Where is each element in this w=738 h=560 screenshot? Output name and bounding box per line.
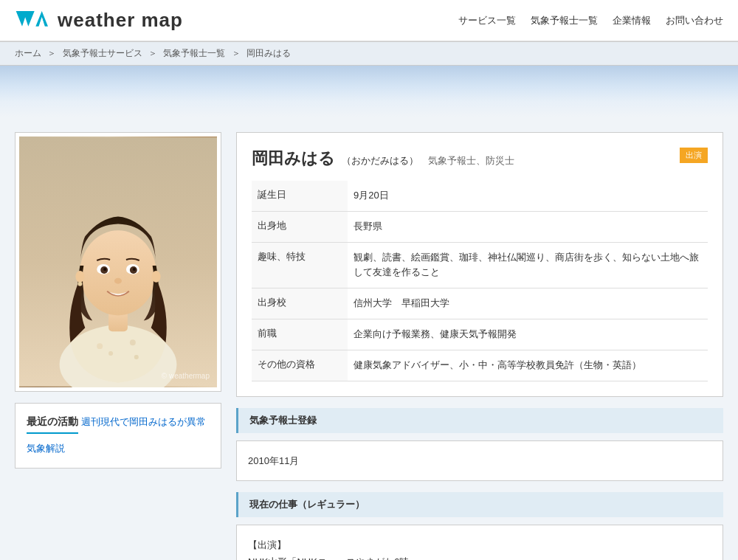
content-wrapper: © weathermap 最近の活動 週刊現代で岡田みはるが異常気象解説 出演 … xyxy=(15,132,723,560)
profile-card: 出演 岡田みはる （おかだみはる） 気象予報士、防災士 誕生日 9月20日 出身… xyxy=(236,132,723,397)
profile-table: 誕生日 9月20日 出身地 長野県 趣味、特技 観劇、読書、絵画鑑賞、珈琲、神社… xyxy=(252,181,708,381)
activity-title: 最近の活動 xyxy=(27,415,78,434)
svg-point-19 xyxy=(152,271,161,283)
table-row: 誕生日 9月20日 xyxy=(252,181,708,211)
breadcrumb-list[interactable]: 気象予報士一覧 xyxy=(163,48,225,58)
right-column: 出演 岡田みはる （おかだみはる） 気象予報士、防災士 誕生日 9月20日 出身… xyxy=(236,132,723,560)
profile-title: 気象予報士、防災士 xyxy=(428,155,514,166)
svg-point-5 xyxy=(97,343,103,349)
profile-name-reading: （おかだみはる） xyxy=(342,155,418,166)
logo-text: weather map xyxy=(58,9,183,32)
svg-point-8 xyxy=(134,355,139,359)
svg-point-6 xyxy=(108,351,113,356)
field-label-previous-job: 前職 xyxy=(252,319,348,350)
badge-shutsuen: 出演 xyxy=(680,148,708,163)
nav-contact[interactable]: お問い合わせ xyxy=(666,14,723,27)
svg-marker-0 xyxy=(16,11,35,27)
profile-name-area: 岡田みはる （おかだみはる） 気象予報士、防災士 xyxy=(252,148,708,170)
table-row: その他の資格 健康気象アドバイザー、小・中・高等学校教員免許（生物・英語） xyxy=(252,350,708,381)
nav-company[interactable]: 企業情報 xyxy=(613,14,651,27)
field-value-birthday: 9月20日 xyxy=(348,181,708,211)
field-label-hobbies: 趣味、特技 xyxy=(252,242,348,288)
breadcrumb-sep3: ＞ xyxy=(232,48,241,58)
current-jobs-detail: NHK山形「NHKニュースやまがた6時」 xyxy=(248,553,711,560)
current-jobs-section-header: 現在の仕事（レギュラー） xyxy=(236,492,723,517)
photo-watermark: © weathermap xyxy=(162,372,210,380)
current-jobs-section: 現在の仕事（レギュラー） 【出演】 NHK山形「NHKニュースやまがた6時」 xyxy=(236,492,723,560)
hero-banner xyxy=(0,66,738,117)
field-value-birthplace: 長野県 xyxy=(348,211,708,242)
field-value-school: 信州大学 早稲田大学 xyxy=(348,288,708,319)
person-svg xyxy=(19,136,217,387)
table-row: 出身地 長野県 xyxy=(252,211,708,242)
nav-forecasters[interactable]: 気象予報士一覧 xyxy=(531,14,598,27)
logo-icon xyxy=(15,7,52,33)
header: weather map サービス一覧 気象予報士一覧 企業情報 お問い合わせ xyxy=(0,0,738,41)
profile-photo: © weathermap xyxy=(19,136,217,387)
field-value-previous-job: 企業向け予報業務、健康天気予報開発 xyxy=(348,319,708,350)
registration-section-header: 気象予報士登録 xyxy=(236,408,723,433)
svg-point-7 xyxy=(130,339,136,345)
breadcrumb: ホーム ＞ 気象予報士サービス ＞ 気象予報士一覧 ＞ 岡田みはる xyxy=(0,41,738,66)
profile-photo-box: © weathermap xyxy=(15,132,221,392)
svg-point-15 xyxy=(103,268,106,271)
field-value-qualifications: 健康気象アドバイザー、小・中・高等学校教員免許（生物・英語） xyxy=(348,350,708,381)
registration-date: 2010年11月 xyxy=(248,452,711,469)
breadcrumb-sep2: ＞ xyxy=(148,48,157,58)
field-label-school: 出身校 xyxy=(252,288,348,319)
breadcrumb-service[interactable]: 気象予報士サービス xyxy=(63,48,142,58)
svg-point-18 xyxy=(75,271,84,283)
current-jobs-content: 【出演】 NHK山形「NHKニュースやまがた6時」 xyxy=(236,525,723,560)
svg-point-20 xyxy=(77,282,82,286)
current-jobs-label: 【出演】 xyxy=(248,536,711,553)
table-row: 前職 企業向け予報業務、健康天気予報開発 xyxy=(252,319,708,350)
table-row: 趣味、特技 観劇、読書、絵画鑑賞、珈琲、神社仏閣巡り、商店街を歩く、知らない土地… xyxy=(252,242,708,288)
field-label-qualifications: その他の資格 xyxy=(252,350,348,381)
field-value-hobbies: 観劇、読書、絵画鑑賞、珈琲、神社仏閣巡り、商店街を歩く、知らない土地へ旅して友達… xyxy=(348,242,708,288)
svg-point-10 xyxy=(80,230,156,315)
logo-area: weather map xyxy=(15,7,183,33)
registration-section: 気象予報士登録 2010年11月 xyxy=(236,408,723,481)
left-column: © weathermap 最近の活動 週刊現代で岡田みはるが異常気象解説 xyxy=(15,132,221,560)
svg-point-17 xyxy=(114,278,122,284)
table-row: 出身校 信州大学 早稲田大学 xyxy=(252,288,708,319)
nav-links: サービス一覧 気象予報士一覧 企業情報 お問い合わせ xyxy=(458,14,723,27)
field-label-birthplace: 出身地 xyxy=(252,211,348,242)
main-content: © weathermap 最近の活動 週刊現代で岡田みはるが異常気象解説 出演 … xyxy=(0,117,738,560)
activity-box: 最近の活動 週刊現代で岡田みはるが異常気象解説 xyxy=(15,403,221,469)
registration-section-content: 2010年11月 xyxy=(236,440,723,481)
nav-service[interactable]: サービス一覧 xyxy=(458,14,516,27)
breadcrumb-sep1: ＞ xyxy=(47,48,56,58)
breadcrumb-current: 岡田みはる xyxy=(246,48,291,58)
breadcrumb-home[interactable]: ホーム xyxy=(15,48,41,58)
svg-point-16 xyxy=(133,268,136,271)
field-label-birthday: 誕生日 xyxy=(252,181,348,211)
profile-name: 岡田みはる xyxy=(252,149,335,167)
